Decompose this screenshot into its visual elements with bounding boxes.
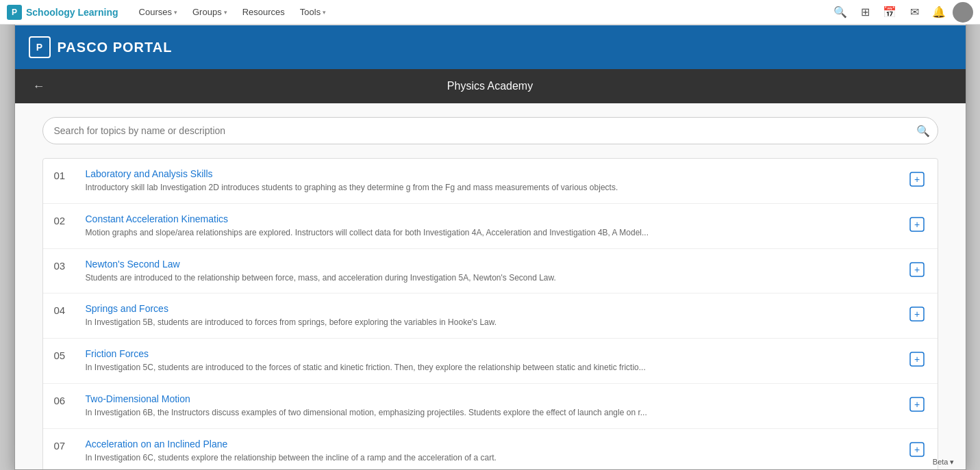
chevron-down-icon: ▾ <box>174 9 177 16</box>
topic-item: 06 Two-Dimensional Motion In Investigati… <box>43 384 938 429</box>
svg-text:+: + <box>914 309 919 319</box>
top-nav: Courses ▾ Groups ▾ Resources Tools ▾ <box>132 0 334 25</box>
topic-action: + <box>907 348 927 369</box>
nav-resources[interactable]: Resources <box>236 0 292 25</box>
svg-text:+: + <box>914 398 919 409</box>
topic-item: 03 Newton's Second Law Students are intr… <box>43 249 938 294</box>
topic-item: 07 Acceleration on an Inclined Plane In … <box>43 429 938 469</box>
avatar[interactable] <box>953 2 973 23</box>
topic-action: + <box>907 168 927 189</box>
nav-courses[interactable]: Courses ▾ <box>132 0 184 25</box>
topic-description: Motion graphs and slope/area relationshi… <box>86 227 896 239</box>
topic-title[interactable]: Friction Forces <box>86 348 896 359</box>
topic-title[interactable]: Acceleration on an Inclined Plane <box>86 439 896 449</box>
topic-item: 02 Constant Acceleration Kinematics Moti… <box>43 204 938 249</box>
add-to-course-icon[interactable]: + <box>907 215 927 234</box>
topic-description: In Investigation 5C, students are introd… <box>86 362 896 374</box>
pasco-logo-icon: P <box>29 36 51 58</box>
topic-number: 01 <box>54 168 75 181</box>
nav-bar: ← Physics Academy <box>15 69 966 103</box>
pasco-header: P PASCO PORTAL <box>15 25 966 69</box>
topic-content: Friction Forces In Investigation 5C, stu… <box>86 348 896 374</box>
app-logo: P Schoology Learning <box>7 5 118 20</box>
topic-description: In Investigation 6B, the Instructors dis… <box>86 407 896 419</box>
topic-content: Laboratory and Analysis Skills Introduct… <box>86 168 896 194</box>
pasco-portal-label: PASCO PORTAL <box>58 40 173 55</box>
calendar-icon[interactable]: 📅 <box>879 1 901 23</box>
svg-text:+: + <box>914 174 919 185</box>
topic-list: 01 Laboratory and Analysis Skills Introd… <box>42 158 938 469</box>
topic-title[interactable]: Two-Dimensional Motion <box>86 393 896 404</box>
topic-number: 06 <box>54 393 75 406</box>
topic-title[interactable]: Constant Acceleration Kinematics <box>86 213 896 224</box>
topic-action: + <box>907 213 927 234</box>
topic-description: In Investigation 6C, students explore th… <box>86 452 896 464</box>
topic-content: Acceleration on an Inclined Plane In Inv… <box>86 439 896 464</box>
svg-text:+: + <box>914 218 919 229</box>
top-bar-right: 🔍 ⊞ 📅 ✉ 🔔 <box>829 1 973 23</box>
topic-number: 02 <box>54 213 75 226</box>
topic-item: 04 Springs and Forces In Investigation 5… <box>43 293 938 339</box>
topic-number: 03 <box>54 259 75 272</box>
search-wrapper: 🔍 <box>42 117 938 144</box>
topic-content: Springs and Forces In Investigation 5B, … <box>86 303 896 328</box>
chevron-down-icon: ▾ <box>323 9 326 16</box>
search-submit-icon[interactable]: 🔍 <box>916 125 930 138</box>
top-bar: P Schoology Learning Courses ▾ Groups ▾ … <box>0 0 980 25</box>
grid-icon[interactable]: ⊞ <box>854 1 876 23</box>
beta-badge[interactable]: Beta ▾ <box>933 458 955 467</box>
chevron-down-icon: ▾ <box>224 9 227 16</box>
back-button[interactable]: ← <box>29 76 49 96</box>
mail-icon[interactable]: ✉ <box>903 1 925 23</box>
add-to-course-icon[interactable]: + <box>907 350 927 369</box>
add-to-course-icon[interactable]: + <box>907 395 927 414</box>
topic-content: Newton's Second Law Students are introdu… <box>86 259 896 284</box>
topic-item: 05 Friction Forces In Investigation 5C, … <box>43 339 938 384</box>
bell-icon[interactable]: 🔔 <box>928 1 950 23</box>
topic-number: 04 <box>54 303 75 316</box>
topic-description: Introductory skill lab Investigation 2D … <box>86 182 896 194</box>
topic-number: 07 <box>54 439 75 452</box>
search-input[interactable] <box>42 117 938 144</box>
app-name: Schoology Learning <box>26 7 118 18</box>
content-area: 🔍 01 Laboratory and Analysis Skills Intr… <box>15 103 966 469</box>
topic-item: 01 Laboratory and Analysis Skills Introd… <box>43 159 938 204</box>
topic-content: Constant Acceleration Kinematics Motion … <box>86 213 896 239</box>
topic-number: 05 <box>54 348 75 361</box>
topic-action: + <box>907 393 927 414</box>
topic-action: + <box>907 303 927 324</box>
search-icon[interactable]: 🔍 <box>829 1 851 23</box>
section-title: Physics Academy <box>447 80 533 92</box>
svg-text:+: + <box>914 263 919 274</box>
topic-description: In Investigation 5B, students are introd… <box>86 317 896 328</box>
topic-description: Students are introduced to the relations… <box>86 272 896 284</box>
nav-groups[interactable]: Groups ▾ <box>186 0 234 25</box>
add-to-course-icon[interactable]: + <box>907 440 927 459</box>
svg-text:+: + <box>914 443 919 454</box>
add-materials-modal: Add Materials × P PASCO PORTAL ← Physics… <box>14 0 966 470</box>
topic-title[interactable]: Laboratory and Analysis Skills <box>86 168 896 179</box>
topic-action: + <box>907 259 927 279</box>
add-to-course-icon[interactable]: + <box>907 304 927 324</box>
topic-action: + <box>907 439 927 459</box>
add-to-course-icon[interactable]: + <box>907 260 927 279</box>
add-to-course-icon[interactable]: + <box>907 170 927 189</box>
search-container: 🔍 <box>42 117 938 144</box>
topic-title[interactable]: Newton's Second Law <box>86 259 896 270</box>
pasco-logo: P PASCO PORTAL <box>29 36 173 58</box>
topic-title[interactable]: Springs and Forces <box>86 303 896 314</box>
nav-tools[interactable]: Tools ▾ <box>293 0 333 25</box>
logo-icon: P <box>7 5 22 20</box>
topic-content: Two-Dimensional Motion In Investigation … <box>86 393 896 419</box>
svg-text:+: + <box>914 354 919 365</box>
